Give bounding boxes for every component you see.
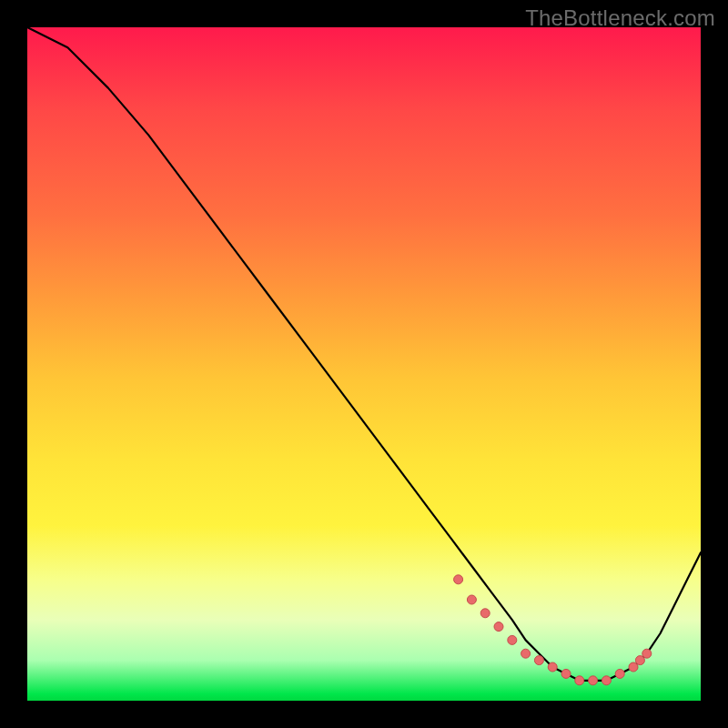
tolerance-dot xyxy=(575,676,584,685)
tolerance-dot xyxy=(589,676,598,685)
tolerance-dot xyxy=(508,635,517,644)
watermark-text: TheBottleneck.com xyxy=(525,5,715,31)
tolerance-dot xyxy=(629,662,638,672)
tolerance-dot xyxy=(602,676,611,685)
tolerance-dot xyxy=(521,649,531,658)
tolerance-dot xyxy=(467,595,476,604)
tolerance-dots xyxy=(454,575,652,685)
tolerance-dot xyxy=(561,669,571,678)
tolerance-dot xyxy=(642,649,652,658)
tolerance-dot xyxy=(454,575,463,584)
tolerance-dot xyxy=(534,656,543,665)
tolerance-dot xyxy=(494,622,503,632)
tolerance-dot xyxy=(548,662,557,672)
tolerance-dot xyxy=(635,656,644,665)
bottleneck-curve xyxy=(27,27,701,681)
curve-layer xyxy=(27,27,701,701)
plot-area xyxy=(27,27,701,701)
tolerance-dot xyxy=(480,609,490,618)
chart-frame: TheBottleneck.com xyxy=(0,0,728,728)
tolerance-dot xyxy=(615,669,624,678)
